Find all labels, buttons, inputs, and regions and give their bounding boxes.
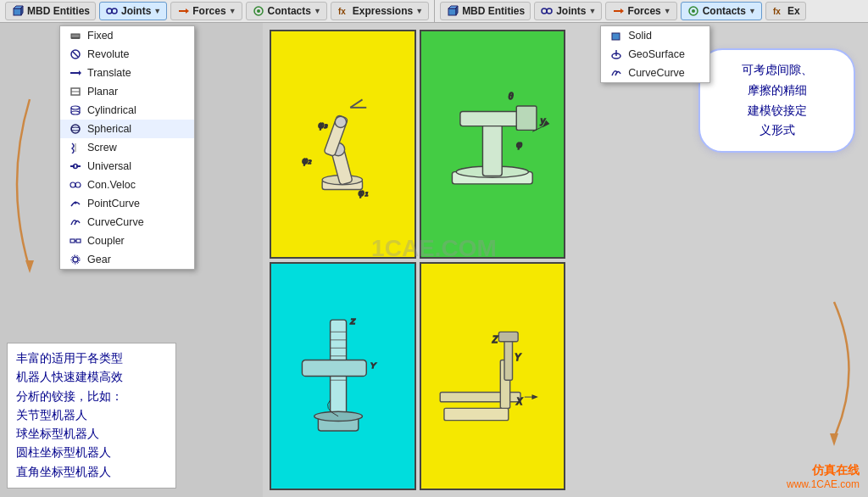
- svg-point-3: [107, 8, 112, 14]
- contacts-label-left: Contacts: [268, 5, 311, 17]
- contacts-label-right: Contacts: [703, 5, 746, 17]
- menu-item-curvecurve2[interactable]: CurveCurve: [601, 64, 709, 82]
- menu-item-planar[interactable]: Planar: [60, 82, 194, 101]
- svg-marker-50: [25, 260, 34, 273]
- svg-point-45: [692, 9, 695, 13]
- mbd-entities-btn-left[interactable]: MBD Entities: [5, 2, 96, 20]
- geosurface-icon: [609, 47, 623, 61]
- forces-icon-left: [176, 4, 190, 18]
- cloud-text-line4: 义形式: [712, 120, 842, 141]
- menu-item-solid[interactable]: Solid: [601, 26, 709, 45]
- svg-point-4: [112, 8, 117, 14]
- menu-item-solid-label: Solid: [628, 30, 652, 42]
- svg-marker-94: [532, 395, 537, 399]
- left-text-line5: 球坐标型机器人: [16, 425, 167, 444]
- svg-line-14: [73, 52, 78, 57]
- menu-item-universal[interactable]: Universal: [60, 157, 194, 176]
- bottom-right-line1: 仿真在线: [787, 463, 860, 478]
- menu-item-translate-label: Translate: [87, 67, 131, 79]
- menu-item-gear[interactable]: Gear: [60, 250, 194, 269]
- joints-dropdown: Fixed Revolute Translate Planar: [59, 25, 195, 270]
- forces-btn-left[interactable]: Forces ▼: [170, 2, 242, 20]
- curvecurve2-icon: [609, 66, 623, 80]
- menu-item-cylindrical-label: Cylindrical: [87, 104, 136, 116]
- svg-point-30: [75, 182, 81, 187]
- menu-item-spherical[interactable]: Spherical: [60, 120, 194, 138]
- svg-rect-85: [444, 408, 509, 420]
- menu-item-translate[interactable]: Translate: [60, 64, 194, 82]
- contacts-btn-right[interactable]: Contacts ▼: [681, 2, 762, 20]
- svg-text:Y: Y: [370, 360, 376, 370]
- cloud-text-box: 可考虑间隙、 摩擦的精细 建模铰接定 义形式: [698, 48, 855, 153]
- left-text-line4: 关节型机器人: [16, 406, 167, 425]
- joints-btn-right[interactable]: Joints ▼: [534, 2, 602, 20]
- svg-text:θ: θ: [509, 92, 514, 102]
- cylindrical-icon: [69, 103, 82, 117]
- curved-arrow-left: [0, 91, 38, 277]
- menu-item-coupler[interactable]: Coupler: [60, 232, 194, 250]
- svg-rect-80: [303, 360, 367, 376]
- expressions-btn-left[interactable]: fx Expressions ▼: [331, 2, 429, 20]
- curvecurve-icon: [69, 215, 82, 229]
- solid-icon: [609, 29, 623, 42]
- joints-btn-left[interactable]: Joints ▼: [99, 2, 167, 20]
- menu-item-conveloc[interactable]: Con.Veloc: [60, 176, 194, 194]
- ex-btn-right[interactable]: fx Ex: [765, 2, 806, 20]
- svg-point-35: [73, 257, 78, 262]
- expressions-icon-left: fx: [337, 4, 350, 18]
- svg-point-23: [71, 125, 80, 133]
- cartesian-robot-svg: X Y Z: [428, 275, 557, 477]
- menu-item-curvecurve2-label: CurveCurve: [628, 67, 685, 79]
- menu-item-pointcurve[interactable]: PointCurve: [60, 194, 194, 213]
- svg-rect-0: [14, 8, 21, 15]
- pointcurve-icon: [69, 197, 82, 210]
- svg-text:Y: Y: [515, 352, 521, 361]
- joints-arrow-left: ▼: [153, 7, 161, 15]
- menu-item-screw[interactable]: Screw: [60, 138, 194, 157]
- menu-item-pointcurve-label: PointCurve: [87, 198, 140, 209]
- left-text-line2: 机器人快速建模高效: [16, 368, 167, 387]
- robot-arm-svg: φ₂ φ₃ φ₁: [278, 42, 407, 245]
- menu-item-universal-label: Universal: [87, 160, 131, 172]
- forces-btn-right[interactable]: Forces ▼: [605, 2, 676, 20]
- menu-item-planar-label: Planar: [87, 86, 118, 98]
- mbd-entities-btn-right[interactable]: MBD Entities: [440, 2, 531, 20]
- svg-rect-66: [516, 106, 537, 130]
- svg-point-22: [71, 111, 80, 114]
- contacts-dropdown: Solid GeoSurface CurveCurve: [600, 25, 710, 83]
- right-toolbar: MBD Entities Joints ▼ Forces ▼ Contacts …: [435, 0, 868, 22]
- forces-arrow-right: ▼: [664, 7, 671, 15]
- screw-icon: [69, 141, 82, 154]
- svg-rect-88: [504, 336, 512, 380]
- fixed-icon: [69, 29, 82, 42]
- image-linear-actuator: θ y φ: [420, 30, 566, 259]
- svg-marker-16: [79, 70, 81, 75]
- menu-item-curvecurve-label: CurveCurve: [87, 216, 144, 228]
- svg-marker-7: [186, 8, 189, 14]
- joints-label-left: Joints: [121, 5, 151, 17]
- mbd-entities-label-left: MBD Entities: [27, 5, 90, 17]
- menu-item-revolute[interactable]: Revolute: [60, 45, 194, 64]
- gear-icon-menu: [69, 253, 82, 266]
- menu-item-geosurface[interactable]: GeoSurface: [601, 45, 709, 64]
- ex-label-right: Ex: [787, 5, 800, 17]
- menu-item-cylindrical[interactable]: Cylindrical: [60, 101, 194, 120]
- svg-text:φ₃: φ₃: [319, 120, 329, 130]
- revolute-icon: [69, 47, 82, 61]
- contacts-btn-left[interactable]: Contacts ▼: [246, 2, 327, 20]
- cloud-text-line1: 可考虑间隙、: [712, 60, 842, 81]
- expressions-arrow-left: ▼: [415, 7, 423, 15]
- svg-point-41: [547, 8, 552, 14]
- menu-item-geosurface-label: GeoSurface: [628, 48, 685, 60]
- contacts-arrow-right: ▼: [748, 7, 756, 15]
- menu-item-fixed[interactable]: Fixed: [60, 26, 194, 45]
- cube-icon-left: [11, 4, 25, 18]
- menu-item-curvecurve[interactable]: CurveCurve: [60, 213, 194, 232]
- svg-rect-89: [498, 332, 518, 341]
- right-section: 可考虑间隙、 摩擦的精细 建模铰接定 义形式 仿真在线 www.1CAE.com: [572, 23, 868, 497]
- svg-rect-65: [460, 112, 525, 126]
- joints-arrow-right: ▼: [588, 7, 596, 15]
- left-text-line3: 分析的铰接，比如：: [16, 388, 167, 406]
- svg-rect-37: [448, 8, 456, 15]
- spherical-icon: [69, 122, 82, 136]
